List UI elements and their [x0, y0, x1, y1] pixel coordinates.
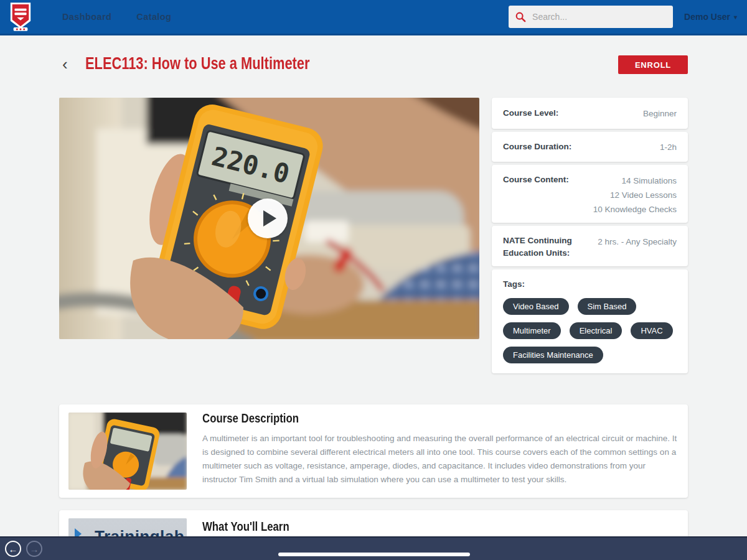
brand-logo[interactable] [9, 2, 32, 32]
arrow-right-icon: → [30, 544, 39, 554]
description-body: A multimeter is an important tool for tr… [202, 432, 680, 487]
top-nav: Dashboard Catalog Demo User ▾ [0, 0, 747, 35]
main-nav: Dashboard Catalog [62, 12, 171, 22]
learn-heading-text: What You'll Learn [202, 519, 289, 534]
tags-list: Video Based Sim Based Multimeter Electri… [503, 298, 677, 363]
description-heading: Course Description [202, 411, 323, 426]
enroll-button[interactable]: ENROLL [618, 55, 688, 74]
tag-pill[interactable]: Video Based [503, 298, 569, 315]
tag-pill[interactable]: Electrical [570, 322, 622, 339]
search-box [509, 6, 673, 28]
user-menu-label: Demo User [684, 12, 730, 22]
course-level-label: Course Level: [503, 107, 558, 119]
page-title: ELEC113: How to Use a Multimeter [85, 54, 373, 73]
nate-ceu-card: NATE Continuing Education Units: 2 hrs. … [492, 226, 688, 266]
play-icon [263, 210, 276, 226]
tag-pill[interactable]: HVAC [631, 322, 672, 339]
course-duration-value: 1-2h [660, 140, 677, 154]
play-button[interactable] [248, 198, 288, 238]
course-description-card: Course Description A multimeter is an im… [59, 404, 688, 498]
course-level-value: Beginner [643, 106, 677, 121]
search-icon [515, 11, 526, 22]
arrow-left-icon: ← [9, 544, 18, 554]
back-button[interactable]: ‹ [62, 55, 68, 73]
nate-ceu-value: 2 hrs. - Any Specialty [598, 235, 677, 259]
page-title-text: ELEC113: How to Use a Multimeter [85, 54, 309, 73]
course-page: Dashboard Catalog Demo User ▾ ‹ ELEC113:… [0, 0, 747, 560]
content-line: 14 Simulations [593, 174, 677, 188]
video-player[interactable]: 220.0 [59, 98, 479, 339]
nav-dashboard[interactable]: Dashboard [62, 12, 111, 22]
chevron-down-icon: ▾ [734, 14, 737, 21]
learn-heading: What You'll Learn [202, 519, 311, 534]
course-content-card: Course Content: 14 Simulations 12 Video … [492, 165, 688, 223]
tags-card: Tags: Video Based Sim Based Multimeter E… [492, 269, 688, 373]
home-indicator[interactable] [278, 553, 470, 556]
system-bottom-bar: ← → [0, 536, 747, 560]
course-content-label: Course Content: [503, 174, 569, 217]
browser-back-button[interactable]: ← [5, 541, 21, 557]
browser-forward-button[interactable]: → [26, 541, 42, 557]
tag-pill[interactable]: Sim Based [578, 298, 637, 315]
nav-catalog[interactable]: Catalog [136, 12, 171, 22]
tag-pill[interactable]: Multimeter [503, 322, 561, 339]
description-thumbnail-illustration [68, 413, 187, 490]
course-content-values: 14 Simulations 12 Video Lessons 10 Knowl… [593, 174, 677, 217]
description-thumbnail [68, 413, 187, 490]
tags-label: Tags: [503, 279, 525, 289]
search-input[interactable] [531, 11, 667, 22]
course-level-card: Course Level: Beginner [492, 98, 688, 129]
course-duration-card: Course Duration: 1-2h [492, 132, 688, 162]
nate-ceu-label: NATE Continuing Education Units: [503, 235, 596, 259]
course-duration-label: Course Duration: [503, 141, 571, 153]
content-line: 12 Video Lessons [593, 188, 677, 202]
content-line: 10 Knowledge Checks [593, 202, 677, 217]
user-menu[interactable]: Demo User ▾ [684, 12, 737, 22]
tag-pill[interactable]: Facilities Maintenance [503, 347, 603, 363]
description-heading-text: Course Description [202, 411, 299, 426]
